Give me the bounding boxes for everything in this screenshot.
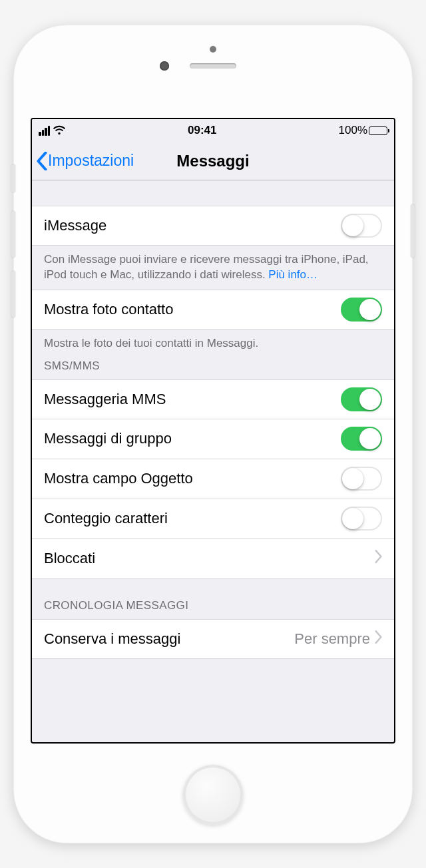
- speaker-grille: [190, 63, 236, 69]
- volume-down-button: [11, 271, 15, 318]
- chevron-left-icon: [36, 152, 48, 170]
- chevron-right-icon: [374, 630, 382, 648]
- page-title: Messaggi: [176, 152, 249, 170]
- battery-percentage: 100%: [339, 124, 367, 137]
- section-contact-photos: Mostra foto contatto: [32, 290, 394, 329]
- sms-mms-header: SMS/MMS: [32, 354, 394, 379]
- character-count-row[interactable]: Conteggio caratteri: [32, 499, 394, 539]
- keep-messages-row[interactable]: Conserva i messaggi Per sempre: [32, 619, 394, 659]
- mms-toggle[interactable]: [341, 387, 382, 411]
- history-header: CRONOLOGIA MESSAGGI: [32, 579, 394, 619]
- show-contact-photos-toggle[interactable]: [341, 298, 382, 322]
- imessage-footer: Con iMessage puoi inviare e ricevere mes…: [32, 246, 394, 290]
- show-contact-photos-row[interactable]: Mostra foto contatto: [32, 290, 394, 329]
- status-bar: 09:41 100%: [32, 119, 394, 142]
- subject-field-label: Mostra campo Oggetto: [44, 470, 341, 487]
- screen: 09:41 100% Impostazioni Messaggi iMes: [31, 118, 395, 744]
- mms-row[interactable]: Messaggeria MMS: [32, 379, 394, 419]
- battery-icon: [369, 126, 387, 135]
- chevron-right-icon: [374, 550, 382, 567]
- blocked-label: Bloccati: [44, 550, 374, 567]
- character-count-label: Conteggio caratteri: [44, 510, 341, 527]
- contact-photos-footer: Mostra le foto dei tuoi contatti in Mess…: [32, 329, 394, 354]
- back-label: Impostazioni: [48, 152, 134, 170]
- imessage-label: iMessage: [44, 217, 341, 234]
- section-imessage: iMessage: [32, 206, 394, 246]
- character-count-toggle[interactable]: [341, 507, 382, 531]
- section-sms-mms: Messaggeria MMS Messaggi di gruppo Mostr…: [32, 379, 394, 579]
- wifi-icon: [53, 125, 66, 136]
- group-messages-label: Messaggi di gruppo: [44, 430, 341, 447]
- more-info-link[interactable]: Più info…: [268, 268, 318, 281]
- keep-messages-value: Per sempre: [294, 630, 370, 648]
- navigation-bar: Impostazioni Messaggi: [32, 142, 394, 180]
- imessage-footer-text: Con iMessage puoi inviare e ricevere mes…: [44, 253, 369, 281]
- home-button[interactable]: [183, 765, 243, 825]
- show-contact-photos-label: Mostra foto contatto: [44, 301, 341, 318]
- subject-field-row[interactable]: Mostra campo Oggetto: [32, 459, 394, 499]
- group-messages-row[interactable]: Messaggi di gruppo: [32, 419, 394, 459]
- subject-field-toggle[interactable]: [341, 467, 382, 491]
- sensor-dot: [210, 46, 216, 53]
- mute-switch: [11, 164, 15, 192]
- front-camera: [160, 61, 169, 71]
- cellular-signal-icon: [39, 126, 50, 136]
- iphone-device-frame: 09:41 100% Impostazioni Messaggi iMes: [13, 25, 413, 843]
- group-messages-toggle[interactable]: [341, 427, 382, 451]
- imessage-toggle[interactable]: [341, 214, 382, 238]
- section-history: Conserva i messaggi Per sempre: [32, 619, 394, 659]
- mms-label: Messaggeria MMS: [44, 391, 341, 408]
- back-button[interactable]: Impostazioni: [36, 152, 134, 170]
- status-time: 09:41: [188, 124, 216, 137]
- blocked-row[interactable]: Bloccati: [32, 539, 394, 579]
- settings-content[interactable]: iMessage Con iMessage puoi inviare e ric…: [32, 180, 394, 742]
- imessage-row[interactable]: iMessage: [32, 206, 394, 246]
- battery-indicator: 100%: [339, 124, 387, 137]
- volume-up-button: [11, 211, 15, 258]
- power-button: [411, 204, 415, 258]
- keep-messages-label: Conserva i messaggi: [44, 630, 294, 648]
